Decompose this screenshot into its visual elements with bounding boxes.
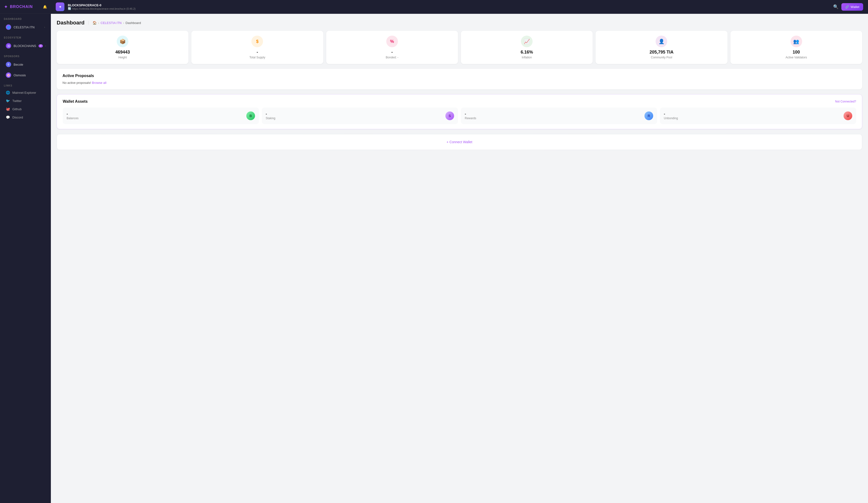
sidebar-item-discord[interactable]: 💬 Discord bbox=[2, 113, 49, 121]
rewards-avatar: R bbox=[644, 112, 653, 120]
discord-label: Discord bbox=[12, 115, 23, 119]
unbonding-label: Unbonding bbox=[664, 116, 678, 120]
links-section-label: LINKS bbox=[0, 80, 51, 89]
balances-label: Balances bbox=[66, 116, 79, 120]
staking-value: - bbox=[266, 112, 275, 116]
logo-icon: ✦ bbox=[4, 4, 8, 10]
height-label: Height bbox=[118, 56, 127, 59]
topbar: ✦ BLOCKSPACERACE-0 🔄 https://celestia-bl… bbox=[51, 0, 868, 14]
osmosis-icon: 🌸 bbox=[6, 72, 11, 78]
staking-label: Staking bbox=[266, 116, 275, 120]
sidebar-item-blockchains[interactable]: ⛓ BLOCKCHAINS 7 › bbox=[2, 41, 49, 51]
notification-icon[interactable]: 🔔 bbox=[43, 5, 47, 9]
community-pool-label: Community Pool bbox=[651, 56, 672, 59]
sidebar-item-github[interactable]: 🐙 Github bbox=[2, 105, 49, 113]
breadcrumb-current: Dashboard bbox=[125, 21, 141, 25]
page-title: Dashboard bbox=[57, 20, 84, 26]
sidebar-item-becole[interactable]: B Becole bbox=[2, 59, 49, 70]
stat-card-inflation: 📈 6.16% Inflation bbox=[461, 31, 593, 64]
github-label: Github bbox=[12, 107, 22, 111]
unbonding-info: - Unbonding bbox=[664, 112, 678, 120]
page-content: Dashboard 🏠 › CELESTIA ITN › Dashboard 📦… bbox=[51, 14, 868, 503]
main-content: ✦ BLOCKSPACERACE-0 🔄 https://celestia-bl… bbox=[51, 0, 868, 503]
breadcrumb-chain[interactable]: CELESTIA ITN bbox=[101, 21, 122, 25]
staking-info: - Staking bbox=[266, 112, 275, 120]
active-validators-label: Active Validators bbox=[786, 56, 807, 59]
wallet-title: Wallet Assets bbox=[63, 99, 88, 104]
search-button[interactable]: 🔍 bbox=[833, 4, 838, 9]
total-supply-label: Total Supply bbox=[249, 56, 265, 59]
balances-avatar: B bbox=[246, 112, 255, 120]
total-supply-value: - bbox=[257, 50, 258, 55]
celestia-itn-chevron-icon: › bbox=[44, 26, 45, 29]
becole-icon: B bbox=[6, 62, 11, 67]
page-header: Dashboard 🏠 › CELESTIA ITN › Dashboard bbox=[57, 20, 862, 26]
height-value: 469443 bbox=[115, 50, 130, 55]
discord-icon: 💬 bbox=[6, 115, 10, 119]
celestia-itn-icon: 🌐 bbox=[6, 24, 11, 30]
asset-card-rewards: - Rewards R bbox=[461, 107, 657, 124]
wallet-assets-grid: - Balances B - Staking S - bbox=[63, 107, 856, 124]
rewards-value: - bbox=[465, 112, 476, 116]
proposals-title: Active Proposals bbox=[62, 74, 856, 78]
sidebar-item-celestia-itn[interactable]: 🌐 CELESTIA ITN › bbox=[2, 22, 49, 32]
connect-wallet-button[interactable]: + Connect Wallet bbox=[447, 140, 472, 144]
active-validators-icon-wrap: 👥 bbox=[790, 35, 802, 47]
blockchains-label: BLOCKCHAINS bbox=[13, 44, 36, 48]
bonded-label: Bonded: - bbox=[386, 56, 399, 59]
connect-wallet-card[interactable]: + Connect Wallet bbox=[57, 134, 862, 150]
home-icon[interactable]: 🏠 bbox=[93, 21, 97, 25]
stat-card-height: 📦 469443 Height bbox=[57, 31, 188, 64]
inflation-value: 6.16% bbox=[521, 50, 533, 55]
stat-card-bonded: % - Bonded: - bbox=[326, 31, 458, 64]
logo-text: BROCHAIN bbox=[10, 4, 33, 9]
celestia-itn-label: CELESTIA ITN bbox=[13, 25, 35, 29]
mainnet-explorer-label: Mainnet Explorer bbox=[12, 91, 36, 94]
wallet-header: Wallet Assets Not Connected? bbox=[63, 99, 856, 104]
becole-label: Becole bbox=[13, 63, 23, 66]
rewards-label: Rewards bbox=[465, 116, 476, 120]
ecosystem-section-label: ECOSYSTEM bbox=[0, 32, 51, 40]
not-connected-label[interactable]: Not Connected? bbox=[835, 100, 856, 103]
inflation-label: Inflation bbox=[522, 56, 532, 59]
community-pool-icon-wrap: 👤 bbox=[655, 35, 667, 47]
stat-card-total-supply: $ - Total Supply bbox=[191, 31, 323, 64]
asset-card-staking: - Staking S bbox=[262, 107, 458, 124]
bonded-icon-wrap: % bbox=[386, 35, 398, 47]
unbonding-avatar: U bbox=[844, 112, 852, 120]
globe-icon: 🌐 bbox=[6, 91, 10, 94]
chain-url: 🔄 https://celestia-blockspacerace-rest.b… bbox=[68, 7, 136, 10]
wallet-button[interactable]: 🔗 Wallet bbox=[841, 3, 863, 11]
chain-info: BLOCKSPACERACE-0 🔄 https://celestia-bloc… bbox=[68, 3, 136, 10]
browse-all-link[interactable]: Browse all bbox=[92, 81, 106, 84]
asset-card-unbonding: - Unbonding U bbox=[660, 107, 856, 124]
active-validators-value: 100 bbox=[793, 50, 800, 55]
community-pool-value: 205,795 TIA bbox=[650, 50, 673, 55]
total-supply-icon-wrap: $ bbox=[251, 35, 263, 47]
stat-card-active-validators: 👥 100 Active Validators bbox=[731, 31, 862, 64]
blockchains-chevron-icon: › bbox=[45, 44, 46, 47]
blockchains-badge: 7 bbox=[39, 44, 43, 48]
chain-logo: ✦ bbox=[56, 2, 64, 11]
sidebar-item-osmosis[interactable]: 🌸 Osmosis bbox=[2, 70, 49, 80]
sidebar-item-mainnet-explorer[interactable]: 🌐 Mainnet Explorer bbox=[2, 89, 49, 96]
stats-grid: 📦 469443 Height $ - Total Supply % - Bon… bbox=[57, 31, 862, 64]
sidebar-item-twitter[interactable]: 🐦 Twitter bbox=[2, 97, 49, 105]
github-icon: 🐙 bbox=[6, 107, 10, 111]
topbar-right: 🔍 🔗 Wallet bbox=[833, 3, 863, 11]
sidebar: ✦ BROCHAIN 🔔 DASHBOARD 🌐 CELESTIA ITN › … bbox=[0, 0, 51, 503]
proposals-card: Active Proposals No active proposals! Br… bbox=[57, 69, 862, 90]
rewards-info: - Rewards bbox=[465, 112, 476, 120]
asset-card-balances: - Balances B bbox=[63, 107, 259, 124]
balances-info: - Balances bbox=[66, 112, 79, 120]
refresh-icon: 🔄 bbox=[68, 7, 71, 10]
wallet-assets-card: Wallet Assets Not Connected? - Balances … bbox=[57, 94, 862, 129]
twitter-label: Twitter bbox=[12, 99, 22, 103]
balances-value: - bbox=[66, 112, 79, 116]
chain-name: BLOCKSPACERACE-0 bbox=[68, 3, 136, 7]
breadcrumb-sep-1: › bbox=[98, 21, 99, 25]
breadcrumb: 🏠 › CELESTIA ITN › Dashboard bbox=[89, 21, 141, 25]
unbonding-value: - bbox=[664, 112, 678, 116]
staking-avatar: S bbox=[445, 112, 454, 120]
wallet-icon: 🔗 bbox=[845, 5, 849, 9]
